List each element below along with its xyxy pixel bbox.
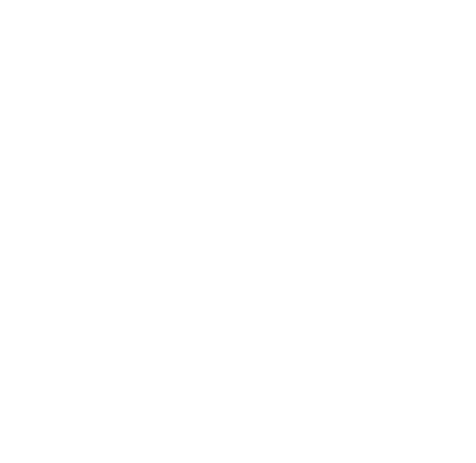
chart-container xyxy=(0,0,476,463)
chart-svg xyxy=(0,0,476,463)
